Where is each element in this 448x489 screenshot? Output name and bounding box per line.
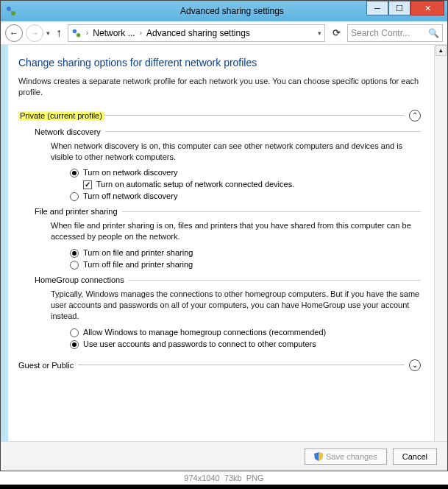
radio-fp-off[interactable] <box>70 261 79 270</box>
uac-shield-icon <box>314 452 323 461</box>
back-button[interactable]: ← <box>5 24 23 42</box>
divider <box>105 131 421 132</box>
forward-button[interactable]: → <box>26 24 43 42</box>
section-private-label: Private (current profile) <box>18 111 104 120</box>
crumb-sep-icon: › <box>138 29 143 37</box>
radio-hg-use[interactable] <box>70 340 79 349</box>
cancel-label: Cancel <box>402 452 427 461</box>
crumb-network[interactable]: Network ... <box>93 28 135 38</box>
subsection-network-discovery: Network discovery <box>35 127 421 136</box>
caption-size: 73kb <box>224 474 242 482</box>
checkbox-nd-auto-label: Turn on automatic setup of network conne… <box>96 180 294 189</box>
window-frame: Advanced sharing settings ─ ☐ ✕ ← → ▾ ↑ … <box>0 0 448 471</box>
file-printer-desc: When file and printer sharing is on, fil… <box>51 220 421 242</box>
minimize-button[interactable]: ─ <box>366 1 388 15</box>
network-icon <box>71 28 82 38</box>
homegroup-label: HomeGroup connections <box>35 275 129 284</box>
page-heading: Change sharing options for different net… <box>18 57 421 68</box>
radio-nd-on[interactable] <box>70 169 79 177</box>
network-discovery-desc: When network discovery is on, this compu… <box>51 141 421 163</box>
search-icon: 🔍 <box>428 28 439 38</box>
divider <box>122 211 421 212</box>
svg-point-2 <box>73 29 77 32</box>
caption-type: PNG <box>246 474 264 482</box>
radio-fp-off-label: Turn off file and printer sharing <box>83 260 193 269</box>
search-input[interactable]: Search Contr... 🔍 <box>347 24 443 42</box>
subsection-homegroup: HomeGroup connections <box>35 275 421 284</box>
scrollbar[interactable]: ▴ <box>434 45 447 441</box>
subsection-file-printer: File and printer sharing <box>35 207 421 216</box>
collapse-private-button[interactable]: ⌃ <box>409 110 421 122</box>
svg-point-3 <box>77 33 80 37</box>
divider <box>78 365 405 365</box>
radio-fp-on[interactable] <box>70 249 79 258</box>
radio-hg-allow[interactable] <box>70 328 79 337</box>
image-caption: 974x1040 73kb PNG <box>0 471 448 485</box>
maximize-button[interactable]: ☐ <box>388 1 410 15</box>
left-gutter <box>1 45 8 441</box>
divider <box>129 280 421 281</box>
caption-dims: 974x1040 <box>184 474 219 482</box>
expand-guest-button[interactable]: ⌄ <box>409 359 421 371</box>
footer: Save changes Cancel <box>1 441 447 471</box>
checkbox-nd-auto[interactable] <box>83 180 92 189</box>
crumb-advanced-sharing[interactable]: Advanced sharing settings <box>146 28 250 38</box>
address-dropdown-icon[interactable]: ▾ <box>318 29 321 37</box>
divider <box>104 115 405 116</box>
homegroup-desc: Typically, Windows manages the connectio… <box>51 289 421 322</box>
radio-fp-on-label: Turn on file and printer sharing <box>83 248 193 257</box>
radio-nd-off-label: Turn off network discovery <box>83 191 177 200</box>
radio-nd-on-label: Turn on network discovery <box>83 168 178 177</box>
radio-hg-allow-label: Allow Windows to manage homegroup connec… <box>83 328 326 337</box>
content-area: Change sharing options for different net… <box>8 45 434 441</box>
section-guest: Guest or Public ⌄ <box>18 359 421 371</box>
radio-hg-use-label: Use user accounts and passwords to conne… <box>83 340 316 348</box>
radio-nd-off[interactable] <box>70 192 79 201</box>
scroll-up-icon[interactable]: ▴ <box>435 45 447 56</box>
navigation-bar: ← → ▾ ↑ › Network ... › Advanced sharing… <box>1 21 447 45</box>
crumb-sep-icon: › <box>85 29 90 37</box>
up-button[interactable]: ↑ <box>53 27 65 39</box>
search-placeholder: Search Contr... <box>351 28 410 38</box>
page-intro: Windows creates a separate network profi… <box>18 76 421 98</box>
titlebar: Advanced sharing settings ─ ☐ ✕ <box>1 1 447 21</box>
save-changes-button[interactable]: Save changes <box>305 448 387 465</box>
network-discovery-label: Network discovery <box>35 127 105 136</box>
breadcrumb[interactable]: › Network ... › Advanced sharing setting… <box>68 24 325 42</box>
section-guest-label: Guest or Public <box>18 361 78 370</box>
cancel-button[interactable]: Cancel <box>393 448 437 465</box>
section-private: Private (current profile) ⌃ <box>18 110 421 122</box>
save-changes-label: Save changes <box>326 452 377 461</box>
refresh-button[interactable]: ⟳ <box>328 25 344 41</box>
file-printer-label: File and printer sharing <box>35 207 122 216</box>
control-panel-icon <box>5 5 17 17</box>
recent-dropdown-icon[interactable]: ▾ <box>46 29 50 37</box>
close-button[interactable]: ✕ <box>410 1 444 15</box>
